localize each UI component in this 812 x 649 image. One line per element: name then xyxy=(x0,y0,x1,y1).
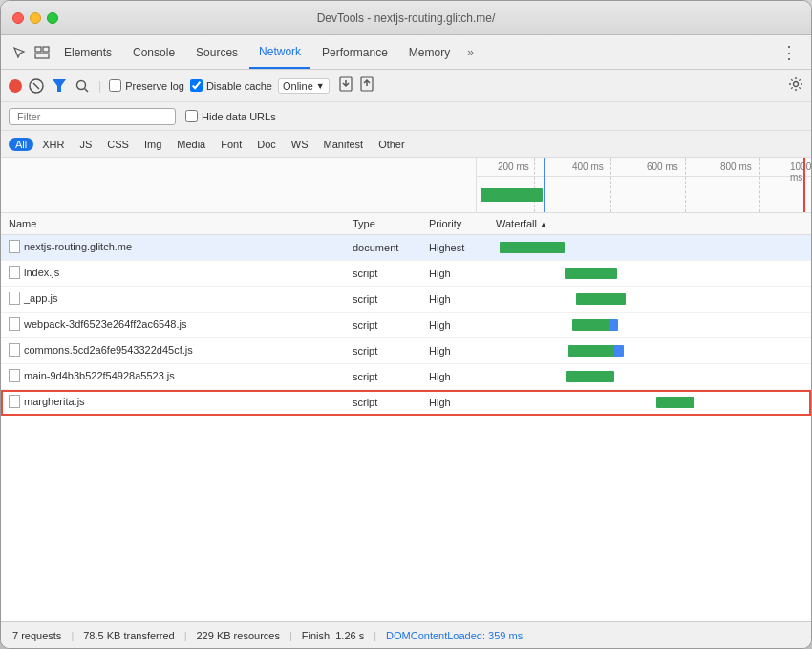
har-buttons xyxy=(339,76,374,95)
type-filter-ws[interactable]: WS xyxy=(285,138,315,151)
tab-performance[interactable]: Performance xyxy=(312,35,397,69)
finish-time: Finish: 1.26 s xyxy=(302,630,364,641)
type-filter-js[interactable]: JS xyxy=(73,138,98,151)
col-header-priority[interactable]: Priority xyxy=(421,213,488,235)
ruler-400: 400 ms xyxy=(572,162,604,172)
type-filter-bar: All XHR JS CSS Img Media Font Doc WS Man… xyxy=(1,131,811,158)
row-waterfall xyxy=(488,313,811,338)
type-filter-xhr[interactable]: XHR xyxy=(35,138,71,151)
type-filter-font[interactable]: Font xyxy=(214,138,248,151)
preserve-log-input[interactable] xyxy=(109,79,121,92)
type-filter-media[interactable]: Media xyxy=(170,138,212,151)
load-line xyxy=(803,158,805,212)
row-waterfall xyxy=(488,287,811,313)
tab-elements[interactable]: Elements xyxy=(54,35,121,69)
more-tabs-button[interactable]: » xyxy=(461,46,480,59)
devtools-menu-button[interactable]: ⋮ xyxy=(775,42,803,63)
preserve-log-checkbox[interactable]: Preserve log xyxy=(109,79,184,92)
col-header-name[interactable]: Name xyxy=(1,213,345,235)
row-waterfall xyxy=(488,235,811,261)
row-type: script xyxy=(345,287,421,313)
export-har-button[interactable] xyxy=(360,76,374,95)
tabs-bar: Elements Console Sources Network Perform… xyxy=(1,35,811,70)
ruler-600: 600 ms xyxy=(647,162,678,172)
dom-content-loaded-line xyxy=(544,158,545,212)
col-header-waterfall[interactable]: Waterfall xyxy=(488,213,811,235)
svg-line-4 xyxy=(33,83,39,89)
row-priority: Highest xyxy=(421,235,488,261)
hide-urls-input[interactable] xyxy=(185,110,198,122)
row-waterfall xyxy=(488,338,811,364)
throttle-select[interactable]: Online ▼ xyxy=(278,78,330,94)
row-name: commons.5cd2a6fe9543322d45cf.js xyxy=(1,338,345,364)
type-filter-css[interactable]: CSS xyxy=(100,138,136,151)
table-row[interactable]: webpack-3df6523e264ff2ac6548.jsscriptHig… xyxy=(1,313,811,338)
network-table[interactable]: Name Type Priority Waterfall nextjs-rout… xyxy=(1,213,811,621)
type-filter-other[interactable]: Other xyxy=(372,138,412,151)
row-type: script xyxy=(345,338,421,364)
type-filter-manifest[interactable]: Manifest xyxy=(317,138,371,151)
search-button[interactable] xyxy=(74,77,91,95)
row-priority: High xyxy=(421,364,488,390)
row-priority: High xyxy=(421,287,488,313)
hide-urls-checkbox[interactable]: Hide data URLs xyxy=(185,110,276,122)
disable-cache-checkbox[interactable]: Disable cache xyxy=(190,79,272,92)
settings-button[interactable] xyxy=(788,76,803,95)
type-filter-doc[interactable]: Doc xyxy=(250,138,283,151)
record-button[interactable] xyxy=(9,79,22,93)
filter-button[interactable] xyxy=(51,77,68,95)
minimize-button[interactable] xyxy=(30,12,41,24)
svg-rect-0 xyxy=(35,47,41,52)
close-button[interactable] xyxy=(12,12,24,24)
svg-point-12 xyxy=(794,82,799,87)
row-name: margherita.js xyxy=(1,390,345,416)
ruler-200: 200 ms xyxy=(498,162,529,172)
svg-rect-1 xyxy=(43,47,49,52)
row-type: document xyxy=(345,235,421,261)
row-name: webpack-3df6523e264ff2ac6548.js xyxy=(1,313,345,338)
row-name: index.js xyxy=(1,261,345,287)
row-type: script xyxy=(345,313,421,338)
svg-marker-5 xyxy=(53,79,66,92)
tab-network[interactable]: Network xyxy=(249,35,310,69)
svg-point-6 xyxy=(77,80,86,89)
devtools-window: DevTools - nextjs-routing.glitch.me/ Ele… xyxy=(0,0,812,649)
control-bar: | Preserve log Disable cache Online ▼ xyxy=(1,70,811,102)
row-waterfall xyxy=(488,364,811,390)
stop-button[interactable] xyxy=(28,77,45,95)
transferred-size: 78.5 KB transferred xyxy=(83,630,174,641)
tab-memory[interactable]: Memory xyxy=(399,35,459,69)
timeline-area: 200 ms 400 ms 600 ms 800 ms 1000 ms xyxy=(1,158,811,213)
row-priority: High xyxy=(421,261,488,287)
disable-cache-input[interactable] xyxy=(190,79,203,92)
import-har-button[interactable] xyxy=(339,76,353,95)
table-header-row: Name Type Priority Waterfall xyxy=(1,213,811,235)
col-header-type[interactable]: Type xyxy=(345,213,421,235)
table-row[interactable]: main-9d4b3b522f54928a5523.jsscriptHigh xyxy=(1,364,811,390)
ruler-800: 800 ms xyxy=(720,162,752,172)
status-bar: 7 requests | 78.5 KB transferred | 229 K… xyxy=(1,621,811,648)
type-filter-all[interactable]: All xyxy=(9,138,33,151)
titlebar: DevTools - nextjs-routing.glitch.me/ xyxy=(1,1,811,35)
row-type: script xyxy=(345,261,421,287)
tab-sources[interactable]: Sources xyxy=(186,35,247,69)
row-priority: High xyxy=(421,313,488,338)
tab-console[interactable]: Console xyxy=(123,35,184,69)
table-row[interactable]: _app.jsscriptHigh xyxy=(1,287,811,313)
row-waterfall xyxy=(488,261,811,287)
maximize-button[interactable] xyxy=(47,12,58,24)
table-row[interactable]: commons.5cd2a6fe9543322d45cf.jsscriptHig… xyxy=(1,338,811,364)
filter-bar: Hide data URLs xyxy=(1,102,811,131)
row-name: _app.js xyxy=(1,287,345,313)
traffic-lights xyxy=(12,12,58,24)
row-type: script xyxy=(345,390,421,416)
type-filter-img[interactable]: Img xyxy=(138,138,168,151)
filter-input[interactable] xyxy=(9,108,176,125)
inspector-icon[interactable] xyxy=(32,42,53,63)
resources-size: 229 KB resources xyxy=(196,630,279,641)
table-row[interactable]: index.jsscriptHigh xyxy=(1,261,811,287)
table-row[interactable]: margherita.jsscriptHigh xyxy=(1,390,811,416)
table-row[interactable]: nextjs-routing.glitch.medocumentHighest xyxy=(1,235,811,261)
window-title: DevTools - nextjs-routing.glitch.me/ xyxy=(317,11,496,25)
cursor-icon[interactable] xyxy=(9,42,30,63)
